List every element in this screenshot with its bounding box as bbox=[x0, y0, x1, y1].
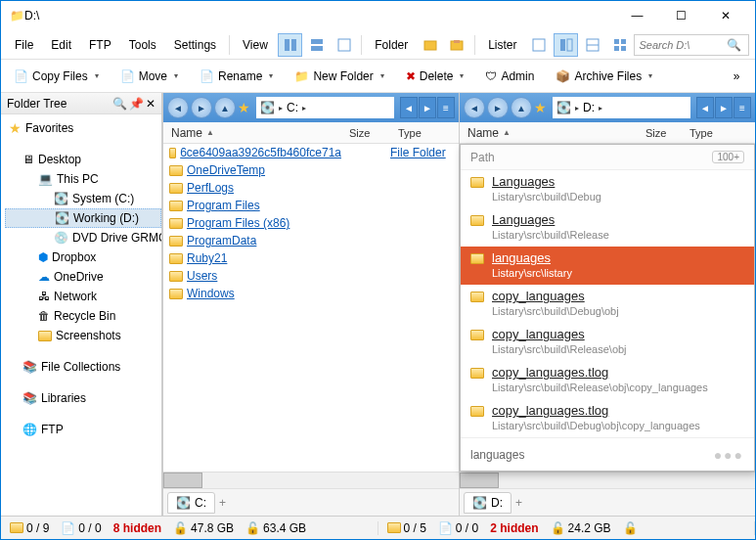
result-count-badge: 100+ bbox=[712, 151, 744, 163]
copy-files-button[interactable]: 📄Copy Files▾ bbox=[7, 64, 106, 89]
popup-more-icon[interactable]: ●●● bbox=[714, 447, 744, 463]
search-result-row[interactable]: languagesListary\src\listary bbox=[461, 247, 754, 285]
archive-files-button[interactable]: 📦Archive Files▾ bbox=[549, 64, 659, 89]
left-nav-menu-icon[interactable]: ≡ bbox=[437, 97, 455, 118]
close-button[interactable]: ✕ bbox=[703, 2, 747, 29]
right-nav-menu-icon[interactable]: ≡ bbox=[734, 97, 751, 118]
search-result-row[interactable]: copy_languagesListary\src\build\Debug\ob… bbox=[461, 285, 754, 323]
file-row[interactable]: Windows bbox=[163, 285, 459, 302]
right-nav-prev-icon[interactable]: ◄ bbox=[696, 97, 714, 118]
right-breadcrumb[interactable]: 💽▸D:▸ bbox=[553, 97, 690, 118]
search-result-row[interactable]: copy_languagesListary\src\build\Release\… bbox=[461, 323, 754, 361]
up-button[interactable]: ▲ bbox=[214, 97, 236, 118]
forward-button[interactable]: ► bbox=[191, 97, 212, 118]
add-tab-icon[interactable]: + bbox=[219, 496, 226, 510]
favorite-icon[interactable]: ★ bbox=[238, 100, 250, 115]
tree-favorites[interactable]: ★Favorites bbox=[5, 118, 161, 138]
file-row[interactable]: PerfLogs bbox=[163, 179, 459, 197]
lister-icon-3[interactable] bbox=[580, 33, 604, 57]
tree-thispc[interactable]: 💻This PC bbox=[5, 169, 161, 189]
toolbar-overflow-icon[interactable]: » bbox=[724, 65, 749, 88]
menu-tools[interactable]: Tools bbox=[121, 34, 164, 56]
menu-settings[interactable]: Settings bbox=[166, 34, 224, 56]
file-row[interactable]: ProgramData bbox=[163, 232, 459, 249]
tree-system-c[interactable]: 💽System (C:) bbox=[5, 189, 161, 208]
tree-dropbox[interactable]: ⬢Dropbox bbox=[5, 248, 161, 267]
menu-ftp[interactable]: FTP bbox=[81, 34, 119, 56]
folder-icon-1[interactable] bbox=[418, 33, 442, 57]
delete-button[interactable]: ✖Delete▾ bbox=[399, 64, 471, 89]
file-row[interactable]: Program Files bbox=[163, 197, 459, 214]
tree-working-d[interactable]: 💽Working (D:) bbox=[5, 208, 161, 228]
search-icon[interactable]: 🔍 bbox=[727, 38, 741, 52]
status-right: 0 / 5 📄0 / 0 2 hidden 🔓24.2 GB 🔓 bbox=[378, 521, 756, 535]
folder-icon bbox=[470, 253, 484, 264]
new-folder-button[interactable]: 📁New Folder▾ bbox=[288, 64, 390, 89]
tree-libraries[interactable]: 📚Libraries bbox=[5, 388, 161, 408]
back-button[interactable]: ◄ bbox=[464, 97, 485, 118]
maximize-button[interactable]: ☐ bbox=[659, 2, 703, 29]
right-scrollbar[interactable] bbox=[460, 472, 755, 488]
move-button[interactable]: 📄Move▾ bbox=[113, 64, 185, 89]
left-tab[interactable]: 💽C: bbox=[167, 492, 215, 514]
tree-screenshots[interactable]: Screenshots bbox=[5, 326, 161, 345]
file-name: Program Files bbox=[187, 199, 260, 212]
right-nav-next-icon[interactable]: ► bbox=[715, 97, 733, 118]
right-column-header[interactable]: Name▲ Size Type bbox=[460, 122, 755, 144]
file-row[interactable]: OneDriveTemp bbox=[163, 161, 459, 179]
view-mode-3-icon[interactable] bbox=[332, 33, 356, 57]
left-nav-next-icon[interactable]: ► bbox=[419, 97, 436, 118]
search-result-row[interactable]: copy_languages.tlogListary\src\build\Rel… bbox=[461, 361, 754, 399]
result-title: Languages bbox=[492, 174, 601, 189]
tree-search-icon[interactable]: 🔍 bbox=[112, 97, 127, 111]
left-nav-prev-icon[interactable]: ◄ bbox=[400, 97, 418, 118]
lister-icon-4[interactable] bbox=[607, 33, 632, 57]
folder-icon bbox=[169, 218, 183, 229]
file-row[interactable]: Program Files (x86) bbox=[163, 214, 459, 232]
search-input[interactable] bbox=[639, 39, 727, 51]
tree-onedrive[interactable]: ☁OneDrive bbox=[5, 267, 161, 287]
admin-button[interactable]: 🛡Admin bbox=[478, 64, 541, 89]
menu-folder[interactable]: Folder bbox=[367, 34, 416, 56]
tree-file-collections[interactable]: 📚File Collections bbox=[5, 357, 161, 377]
tree-network[interactable]: 🖧Network bbox=[5, 287, 161, 306]
view-mode-2-icon[interactable] bbox=[304, 33, 329, 57]
favorite-icon[interactable]: ★ bbox=[534, 100, 547, 115]
tree-recycle[interactable]: 🗑Recycle Bin bbox=[5, 306, 161, 326]
menu-view[interactable]: View bbox=[235, 34, 276, 56]
file-row[interactable]: 6ce6409aa3926c5fb460fce71aFile Folder bbox=[163, 144, 459, 161]
add-tab-icon[interactable]: + bbox=[515, 496, 522, 510]
menu-lister[interactable]: Lister bbox=[480, 34, 524, 56]
rename-button[interactable]: 📄Rename▾ bbox=[193, 64, 280, 89]
back-button[interactable]: ◄ bbox=[167, 97, 189, 118]
lister-icon-1[interactable] bbox=[527, 33, 552, 57]
up-button[interactable]: ▲ bbox=[511, 97, 532, 118]
tree-desktop[interactable]: 🖥Desktop bbox=[5, 150, 161, 169]
search-box[interactable]: 🔍 bbox=[634, 34, 749, 56]
popup-search-field[interactable]: languages ●●● bbox=[461, 437, 754, 471]
tree-pin-icon[interactable]: 📌 bbox=[129, 97, 144, 111]
file-row[interactable]: Ruby21 bbox=[163, 249, 459, 267]
left-file-list[interactable]: 6ce6409aa3926c5fb460fce71aFile FolderOne… bbox=[163, 144, 459, 472]
menu-edit[interactable]: Edit bbox=[43, 34, 79, 56]
tree-ftp[interactable]: 🌐FTP bbox=[5, 420, 161, 439]
right-tab[interactable]: 💽D: bbox=[464, 492, 511, 514]
menu-file[interactable]: File bbox=[7, 34, 41, 56]
left-column-header[interactable]: Name▲ Size Type bbox=[163, 122, 459, 144]
tree-close-icon[interactable]: ✕ bbox=[146, 97, 156, 111]
folder-tree[interactable]: ★Favorites 🖥Desktop 💻This PC 💽System (C:… bbox=[1, 114, 161, 516]
left-scrollbar[interactable] bbox=[163, 472, 459, 488]
tree-dvd[interactable]: 💿DVD Drive GRMCUL bbox=[5, 228, 161, 248]
search-result-row[interactable]: LanguagesListary\src\build\Debug bbox=[461, 170, 754, 208]
forward-button[interactable]: ► bbox=[487, 97, 509, 118]
left-breadcrumb[interactable]: 💽▸C:▸ bbox=[256, 97, 394, 118]
svg-rect-9 bbox=[567, 39, 572, 51]
search-result-row[interactable]: copy_languages.tlogListary\src\build\Deb… bbox=[461, 399, 754, 437]
file-row[interactable]: Users bbox=[163, 267, 459, 285]
minimize-button[interactable]: — bbox=[615, 2, 659, 29]
folder-icon-2[interactable] bbox=[445, 33, 469, 57]
search-result-row[interactable]: LanguagesListary\src\build\Release bbox=[461, 208, 754, 247]
col-name: Name▲ bbox=[163, 126, 341, 140]
view-mode-1-icon[interactable] bbox=[278, 33, 302, 57]
lister-icon-2[interactable] bbox=[554, 33, 578, 57]
